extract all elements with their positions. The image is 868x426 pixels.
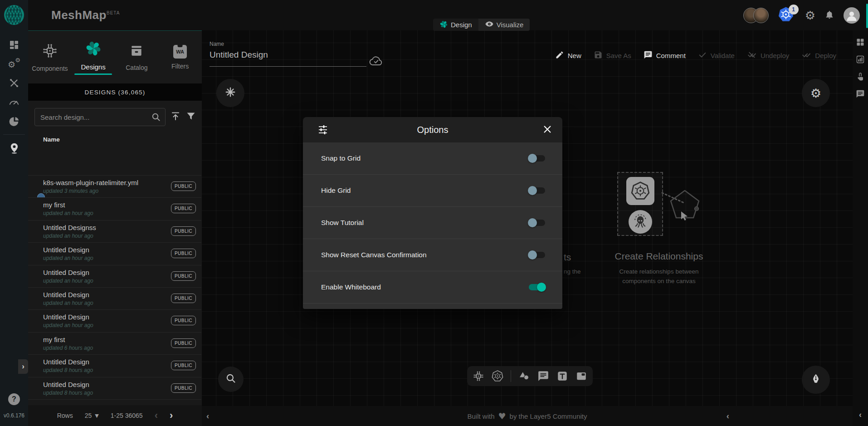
undeploy-button[interactable]: Undeploy <box>747 50 789 61</box>
charts-icon[interactable] <box>853 54 868 65</box>
filter-funnel-icon[interactable] <box>185 111 196 123</box>
tab-design[interactable]: Design <box>433 19 478 31</box>
comments-icon[interactable] <box>853 88 868 99</box>
components-chip-icon[interactable] <box>473 370 484 382</box>
footer-text: by the Layer5 Community <box>510 412 587 420</box>
design-list-item[interactable]: my first updated 6 hours ago PUBLIC <box>28 333 201 355</box>
tab-catalog[interactable]: Catalog <box>115 31 159 83</box>
footer-credit: Built with ♥ by the Layer5 Community <box>468 411 587 421</box>
tab-components[interactable]: Components <box>28 31 72 83</box>
kubernetes-node <box>626 177 654 205</box>
design-list-item[interactable]: Untitled Design updated 8 hours ago PUBL… <box>28 355 201 377</box>
deploy-button[interactable]: Deploy <box>801 50 836 61</box>
option-row: Show Reset Canvas Confirmation <box>303 239 562 271</box>
bottom-left-collapse-chevron[interactable]: ‹ <box>206 411 209 421</box>
wasm-filter-icon: WA <box>173 45 187 59</box>
toggle-knob <box>528 186 537 195</box>
save-as-button[interactable]: Save As <box>594 50 631 61</box>
toggle-knob <box>528 154 537 163</box>
notifications-bell-icon[interactable] <box>824 10 834 21</box>
rows-label: Rows <box>57 412 73 419</box>
kubernetes-icon[interactable] <box>492 370 503 382</box>
check-icon <box>698 50 707 61</box>
comment-button[interactable]: Comment <box>644 50 686 61</box>
kubernetes-context-button[interactable]: 1 <box>778 6 796 24</box>
settings-gear-icon[interactable]: ⚙ <box>805 10 815 21</box>
design-name-field[interactable]: Name Untitled Design <box>210 41 366 67</box>
new-button[interactable]: New <box>555 50 581 61</box>
cloud-check-icon <box>369 54 383 70</box>
tab-visualize[interactable]: Visualize <box>478 19 530 31</box>
help-button[interactable]: ? <box>8 393 20 405</box>
tab-label: Catalog <box>126 64 147 71</box>
modal-body: Snap to Grid Hide Grid Show Tutorial Sho… <box>303 142 562 309</box>
visibility-badge: PUBLIC <box>171 383 196 393</box>
design-list-item[interactable]: Untitled Design updated an hour ago PUBL… <box>28 310 201 332</box>
whiteboard-pen-button[interactable] <box>802 366 830 394</box>
option-row: Show Tutorial <box>303 207 562 239</box>
design-list-item[interactable]: my first updated an hour ago PUBLIC <box>28 198 201 220</box>
design-list-item[interactable]: Untitled Design updated an hour ago PUBL… <box>28 288 201 310</box>
mode-switch: Design Visualize <box>433 19 530 31</box>
sidebar-item-dashboard[interactable] <box>7 38 21 52</box>
close-icon[interactable] <box>542 124 552 136</box>
rows-per-page-select[interactable]: 25 ▼ <box>85 412 99 419</box>
media-icon[interactable] <box>575 370 587 382</box>
right-edge-accent <box>866 4 868 28</box>
bottom-right-collapse-chevron[interactable]: ‹ <box>727 411 729 421</box>
catalog-drawer-icon <box>129 44 144 60</box>
prev-page-button[interactable]: ‹ <box>155 411 158 421</box>
search-box <box>34 108 166 126</box>
search-icon <box>151 112 161 124</box>
toggle-knob <box>528 218 537 227</box>
design-list-item[interactable]: Untitled Design updated 8 hours ago PUBL… <box>28 377 201 400</box>
text-tool-icon[interactable] <box>556 370 568 382</box>
meshery-squid-node <box>629 210 652 234</box>
context-count-badge: 1 <box>789 5 799 15</box>
comment-icon[interactable] <box>537 370 549 382</box>
panel-grid-icon[interactable] <box>853 37 868 48</box>
sidebar-item-extensions[interactable] <box>7 114 21 128</box>
dock-divider <box>511 370 511 382</box>
meshsync-button[interactable] <box>216 79 244 107</box>
sidebar-item-configuration[interactable] <box>7 76 21 90</box>
shapes-icon[interactable] <box>518 370 530 382</box>
toolbar-label: Comment <box>656 52 686 59</box>
visibility-badge: PUBLIC <box>171 204 196 213</box>
option-toggle[interactable] <box>529 155 545 162</box>
sidebar-item-performance[interactable] <box>7 95 21 109</box>
panel-expand-chevron[interactable]: › <box>18 359 28 374</box>
panel-tabs: Components Designs <box>28 31 202 83</box>
sidebar-item-meshmap[interactable] <box>7 141 21 155</box>
meshmap-app: MeshMapBETA Design <box>0 0 868 426</box>
components-chip-icon <box>42 43 58 61</box>
option-toggle[interactable] <box>529 187 545 194</box>
design-list-item[interactable]: Untitled Designss updated an hour ago PU… <box>28 220 201 243</box>
version-label: v0.6.176 <box>0 412 28 419</box>
search-input[interactable] <box>34 108 166 126</box>
design-list-item[interactable]: Untitled Design updated an hour ago PUBL… <box>28 265 201 288</box>
collaborator-avatar[interactable] <box>753 8 769 23</box>
visibility-badge: PUBLIC <box>171 271 196 281</box>
option-toggle[interactable] <box>529 284 545 290</box>
layer5-mesh-sphere-icon[interactable] <box>3 4 25 28</box>
zoom-button[interactable] <box>218 367 244 392</box>
validate-button[interactable]: Validate <box>698 50 735 61</box>
hand-pointer-icon[interactable] <box>853 71 868 82</box>
toolbar-label: Deploy <box>815 52 836 59</box>
header-actions: 1 ⚙ <box>743 0 860 30</box>
import-design-icon[interactable] <box>170 111 181 123</box>
design-list-item[interactable]: Untitled Design updated an hour ago PUBL… <box>28 243 201 265</box>
collaborator-avatars[interactable] <box>743 8 769 23</box>
option-toggle[interactable] <box>529 252 545 258</box>
right-strip-collapse-chevron[interactable]: ‹ <box>853 410 868 420</box>
option-toggle[interactable] <box>529 220 545 226</box>
pagination: Rows 25 ▼ 1-25 36065 ‹ › <box>28 405 202 426</box>
next-page-button[interactable]: › <box>170 411 173 421</box>
sidebar-item-lifecycle[interactable]: ⚙⚙ <box>7 57 21 71</box>
profile-avatar-icon[interactable] <box>844 7 860 24</box>
canvas-settings-button[interactable]: ⚙ <box>802 79 830 107</box>
design-list-item[interactable]: k8s-wasm-plugin-ratelimiter.yml updated … <box>28 176 201 198</box>
tab-filters[interactable]: WA Filters <box>158 31 202 83</box>
tab-designs[interactable]: Designs <box>72 31 115 83</box>
